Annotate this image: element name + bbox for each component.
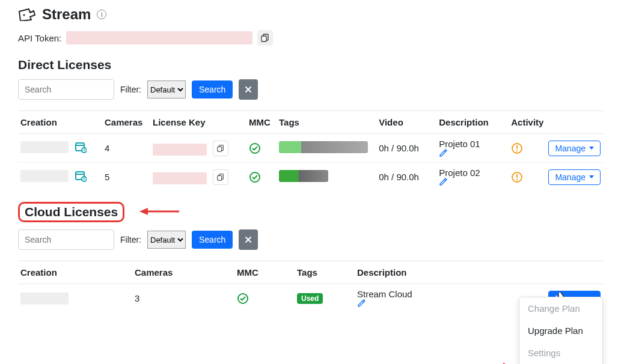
direct-filter-select[interactable]: Default bbox=[147, 80, 186, 99]
cloud-search-input[interactable] bbox=[18, 229, 114, 250]
page-title: Stream bbox=[42, 6, 91, 23]
mmc-ok-icon bbox=[246, 134, 277, 163]
cloud-licenses-heading: Cloud Licenses bbox=[25, 205, 118, 219]
cloud-licenses-highlight: Cloud Licenses bbox=[18, 202, 124, 222]
api-token-value bbox=[66, 31, 252, 44]
mmc-ok-icon bbox=[234, 284, 295, 313]
col-description: Description bbox=[355, 261, 519, 284]
table-row: 3 Used Stream Cloud Manage bbox=[18, 284, 603, 313]
annotation-arrow-icon bbox=[435, 362, 513, 364]
svg-point-11 bbox=[516, 150, 518, 151]
cameras-value: 4 bbox=[102, 134, 150, 163]
cameras-value: 5 bbox=[102, 163, 150, 192]
svg-rect-2 bbox=[262, 36, 266, 41]
col-creation: Creation bbox=[18, 111, 102, 134]
calendar-icon[interactable] bbox=[75, 170, 87, 182]
col-video: Video bbox=[376, 111, 436, 134]
dropdown-upgrade-plan[interactable]: Upgrade Plan bbox=[519, 320, 602, 342]
edit-description-icon[interactable] bbox=[439, 149, 506, 157]
cloud-search-button[interactable]: Search bbox=[192, 231, 233, 249]
chevron-down-icon bbox=[589, 147, 594, 150]
creation-date-redacted bbox=[20, 141, 69, 153]
direct-search-button[interactable]: Search bbox=[192, 80, 233, 99]
direct-licenses-table: Creation Cameras License Key MMC Tags Vi… bbox=[18, 111, 603, 191]
calendar-icon[interactable] bbox=[75, 141, 87, 153]
activity-warning-icon bbox=[509, 134, 546, 163]
used-badge: Used bbox=[297, 293, 323, 304]
manage-button[interactable]: Manage bbox=[548, 141, 601, 156]
manage-button[interactable]: Manage bbox=[548, 169, 601, 185]
col-mmc: MMC bbox=[234, 261, 295, 284]
col-activity: Activity bbox=[509, 111, 546, 134]
direct-search-input[interactable] bbox=[18, 79, 114, 100]
direct-licenses-heading: Direct Licenses bbox=[18, 58, 603, 72]
cameras-value: 3 bbox=[132, 284, 234, 313]
svg-point-0 bbox=[23, 14, 25, 16]
api-token-label: API Token: bbox=[18, 33, 61, 43]
video-value: 0h / 90.0h bbox=[376, 163, 436, 192]
cloud-filter-label: Filter: bbox=[120, 235, 141, 244]
camera-icon bbox=[18, 8, 36, 21]
svg-rect-7 bbox=[218, 147, 222, 151]
table-row: 4 0h / 90.0h Projeto 01 bbox=[18, 134, 603, 163]
svg-marker-22 bbox=[139, 208, 148, 215]
mmc-ok-icon bbox=[246, 163, 277, 192]
creation-date-redacted bbox=[20, 293, 69, 305]
col-mmc: MMC bbox=[246, 111, 277, 134]
dropdown-change-plan[interactable]: Change Plan bbox=[519, 297, 602, 320]
copy-license-button[interactable] bbox=[213, 141, 228, 156]
tags-bar bbox=[279, 170, 328, 182]
col-tags: Tags bbox=[277, 111, 376, 134]
svg-point-20 bbox=[516, 178, 518, 180]
annotation-arrow-icon bbox=[138, 205, 180, 217]
tags-bar bbox=[279, 141, 368, 153]
info-icon[interactable]: i bbox=[97, 10, 106, 19]
license-key-redacted bbox=[153, 172, 207, 184]
activity-warning-icon bbox=[509, 163, 546, 192]
manage-dropdown: Change Plan Upgrade Plan Settings Config… bbox=[519, 297, 603, 364]
col-cameras: Cameras bbox=[102, 111, 150, 134]
creation-date-redacted bbox=[20, 170, 69, 182]
description-value: Projeto 01 bbox=[439, 139, 480, 149]
direct-filter-label: Filter: bbox=[120, 85, 141, 94]
col-cameras: Cameras bbox=[132, 261, 234, 284]
cloud-licenses-table: Creation Cameras MMC Tags Description 3 … bbox=[18, 261, 603, 312]
col-license: License Key bbox=[150, 111, 246, 134]
edit-description-icon[interactable] bbox=[439, 178, 506, 186]
svg-rect-16 bbox=[218, 175, 222, 180]
col-tags: Tags bbox=[295, 261, 355, 284]
license-key-redacted bbox=[153, 144, 207, 156]
chevron-down-icon bbox=[589, 175, 594, 178]
col-creation: Creation bbox=[18, 261, 132, 284]
edit-description-icon[interactable] bbox=[357, 299, 516, 308]
video-value: 0h / 90.0h bbox=[376, 134, 436, 163]
copy-api-token-button[interactable] bbox=[257, 30, 273, 46]
description-value: Stream Cloud bbox=[357, 289, 412, 299]
cloud-clear-button[interactable] bbox=[239, 229, 258, 250]
table-row: 5 0h / 90.0h Projeto 02 bbox=[18, 163, 603, 192]
cloud-filter-select[interactable]: Default bbox=[147, 231, 186, 249]
col-description: Description bbox=[436, 111, 509, 134]
description-value: Projeto 02 bbox=[439, 168, 480, 178]
dropdown-settings[interactable]: Settings bbox=[519, 342, 602, 364]
copy-license-button[interactable] bbox=[213, 169, 228, 185]
direct-clear-button[interactable] bbox=[239, 79, 258, 100]
